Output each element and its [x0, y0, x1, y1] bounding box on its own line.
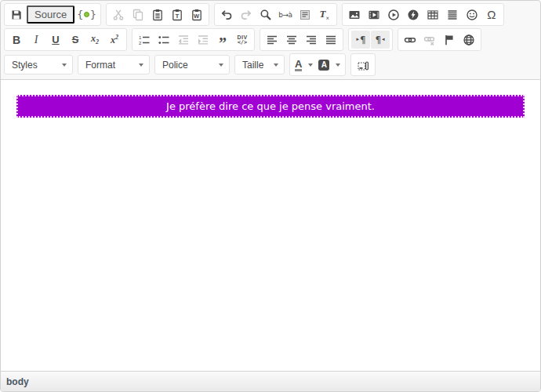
copy-icon — [132, 9, 144, 21]
chevron-down-icon — [62, 64, 67, 67]
search-icon — [260, 9, 272, 21]
insert-horizontal-rule-button[interactable] — [443, 5, 462, 24]
font-dropdown[interactable]: Police — [154, 55, 230, 74]
underline-button[interactable]: U — [46, 31, 65, 49]
maximize-button[interactable] — [354, 56, 372, 74]
numbered-list-button[interactable]: 12 — [135, 31, 154, 49]
chevron-down-icon — [274, 64, 278, 67]
align-right-icon — [305, 34, 318, 46]
remove-format-icon: T× — [320, 8, 330, 22]
flag-icon — [443, 34, 456, 46]
remove-format-button[interactable]: T× — [315, 5, 334, 24]
subscript-button[interactable]: x2 — [85, 31, 104, 49]
chevron-down-icon — [308, 64, 313, 67]
horizontal-lines-icon — [446, 9, 459, 21]
bidi-ltr-icon: ▸¶ — [355, 35, 365, 45]
insert-special-char-button[interactable]: Ω — [482, 5, 501, 24]
chevron-down-icon — [336, 64, 340, 67]
cut-icon — [112, 9, 125, 21]
paste-from-word-button[interactable]: W — [187, 5, 206, 24]
toolbar-row-1: Source {} — [4, 3, 537, 26]
align-right-button[interactable] — [302, 31, 321, 49]
superscript-button[interactable]: x2 — [105, 31, 124, 49]
table-icon — [427, 9, 439, 21]
unlink-icon — [423, 34, 436, 46]
format-dropdown[interactable]: Format — [78, 55, 150, 74]
toolbar: Source {} — [1, 1, 540, 80]
group-bidi: ▸¶ ¶◂ — [348, 28, 393, 51]
justify-button[interactable] — [321, 31, 340, 49]
highlighted-paragraph[interactable]: Je préfère dire ce que je pense vraiment… — [16, 95, 525, 118]
paste-as-text-button[interactable]: T — [168, 5, 187, 24]
element-path-body[interactable]: body — [6, 376, 29, 387]
globe-icon — [463, 34, 475, 46]
statusbar: body — [1, 371, 540, 391]
underline-icon: U — [52, 34, 59, 45]
size-dropdown[interactable]: Taille — [234, 55, 285, 74]
redo-icon — [240, 9, 252, 21]
language-button[interactable] — [459, 31, 478, 49]
insert-media-button[interactable] — [384, 5, 403, 24]
maximize-icon — [357, 59, 369, 71]
copy-button — [129, 5, 147, 24]
numbered-list-icon: 12 — [138, 34, 151, 46]
div-container-button[interactable]: DIV</> — [233, 31, 252, 49]
insert-flash-button[interactable] — [404, 5, 423, 24]
source-label: Source — [34, 9, 67, 20]
text-direction-ltr-button[interactable]: ▸¶ — [351, 31, 370, 49]
anchor-button[interactable] — [440, 31, 459, 49]
templates-button[interactable]: {} — [75, 5, 98, 24]
filmstrip-play-icon — [368, 9, 380, 21]
toolbar-row-3: Styles Format Police Taille A — [4, 53, 537, 76]
insert-link-button[interactable] — [401, 31, 419, 49]
styles-dropdown[interactable]: Styles — [4, 55, 73, 74]
svg-text:2: 2 — [139, 40, 142, 45]
increase-indent-button — [194, 31, 212, 49]
editing-area[interactable]: Je préfère dire ce que je pense vraiment… — [1, 80, 540, 371]
align-center-button[interactable] — [282, 31, 301, 49]
insert-smiley-button[interactable] — [463, 5, 481, 24]
source-button[interactable]: Source — [27, 5, 74, 24]
select-all-button[interactable] — [296, 5, 314, 24]
superscript-icon: x2 — [111, 34, 118, 46]
background-color-button[interactable]: A — [316, 56, 343, 74]
chevron-down-icon — [219, 64, 223, 67]
cut-button — [109, 5, 128, 24]
replace-button[interactable]: b→à — [276, 5, 295, 24]
insert-video-button[interactable] — [365, 5, 383, 24]
paste-word-icon: W — [191, 9, 203, 21]
text-color-button[interactable]: A — [292, 56, 315, 74]
blockquote-button[interactable]: ” — [213, 31, 232, 49]
chevron-down-icon — [139, 64, 143, 67]
find-button[interactable] — [256, 5, 275, 24]
bold-icon: B — [13, 34, 20, 46]
paste-icon — [151, 9, 164, 21]
paste-button[interactable] — [148, 5, 167, 24]
font-dropdown-label: Police — [162, 60, 188, 71]
save-button[interactable] — [7, 5, 26, 24]
outdent-icon — [177, 34, 190, 46]
group-basicstyles: B I U S x2 x2 — [4, 28, 127, 51]
italic-button[interactable]: I — [27, 31, 45, 49]
styles-dropdown-label: Styles — [12, 60, 38, 71]
format-dropdown-label: Format — [85, 60, 115, 71]
rich-text-editor: Source {} — [0, 0, 541, 392]
bold-button[interactable]: B — [7, 31, 26, 49]
justify-icon — [325, 34, 337, 46]
insert-image-button[interactable] — [345, 5, 364, 24]
strikethrough-button[interactable]: S — [66, 31, 85, 49]
bulleted-list-button[interactable] — [154, 31, 173, 49]
undo-button[interactable] — [217, 5, 236, 24]
group-undo-find: b→à T× — [214, 3, 337, 26]
decrease-indent-button — [174, 31, 193, 49]
undo-icon — [220, 9, 233, 21]
align-left-button[interactable] — [263, 31, 281, 49]
italic-icon: I — [34, 34, 38, 46]
replace-icon: b→à — [278, 11, 292, 19]
insert-table-button[interactable] — [423, 5, 442, 24]
text-direction-rtl-button[interactable]: ¶◂ — [371, 31, 390, 49]
subscript-icon: x2 — [91, 33, 99, 45]
text-color-icon: A — [295, 59, 302, 71]
save-icon — [10, 9, 23, 21]
align-center-icon — [285, 34, 298, 46]
